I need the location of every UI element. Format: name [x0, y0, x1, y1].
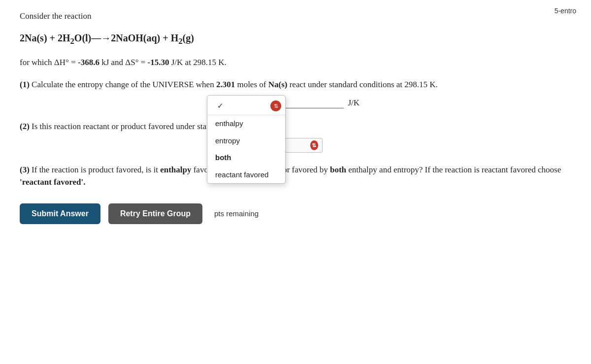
question-3-block: (3) If the reaction is product favored, …: [20, 164, 571, 189]
button-row: Submit Answer Retry Entire Group ✓ ⇅ ent…: [20, 203, 571, 224]
delta-s-input[interactable]: [280, 97, 344, 108]
question-2-block: (2) Is this reaction reactant or product…: [20, 120, 571, 153]
question-1-block: (1) Calculate the entropy change of the …: [20, 78, 571, 109]
dropdown-option-both[interactable]: both: [207, 149, 285, 166]
dropdown-top-row: ✓ ⇅: [207, 96, 285, 116]
reaction-text: 2Na(s) + 2H2O(l)—→2NaOH(aq) + H2(g): [20, 33, 194, 43]
dropdown-close-btn[interactable]: ⇅: [270, 100, 281, 111]
question-1-text: (1) Calculate the entropy change of the …: [20, 78, 571, 91]
question-3-text: (3) If the reaction is product favored, …: [20, 164, 571, 189]
page-container: 5-entro Consider the reaction 2Na(s) + 2…: [0, 0, 591, 364]
dropdown-open-area: ✓ ⇅ enthalpy entropy both reactant favor…: [207, 95, 286, 184]
conditions-text: for which ΔH° = -368.6 kJ and ΔS° = -15.…: [20, 56, 571, 69]
page-id-label: 5-entro: [555, 6, 576, 16]
question-2-dropdown-row: ⇅: [20, 138, 571, 153]
dropdown-menu: ✓ ⇅ enthalpy entropy both reactant favor…: [207, 95, 286, 184]
units-label: J/K: [348, 97, 360, 109]
reaction-equation: 2Na(s) + 2H2O(l)—→2NaOH(aq) + H2(g): [20, 31, 571, 47]
dropdown-option-entropy[interactable]: entropy: [207, 132, 285, 150]
dropdown-checkmark: ✓: [211, 98, 230, 114]
question-1-answer-row: ΔSuniverse = J/K: [20, 96, 571, 110]
consider-text: Consider the reaction: [20, 10, 571, 23]
attempts-text: pts remaining: [214, 208, 259, 220]
dropdown-option-reactant-favored[interactable]: reactant favored: [207, 166, 285, 184]
question-2-text: (2) Is this reaction reactant or product…: [20, 120, 571, 133]
submit-button[interactable]: Submit Answer: [20, 203, 100, 224]
dropdown-option-enthalpy[interactable]: enthalpy: [207, 115, 285, 132]
q2-spinner-icon[interactable]: ⇅: [310, 140, 318, 150]
retry-button[interactable]: Retry Entire Group: [108, 203, 202, 224]
